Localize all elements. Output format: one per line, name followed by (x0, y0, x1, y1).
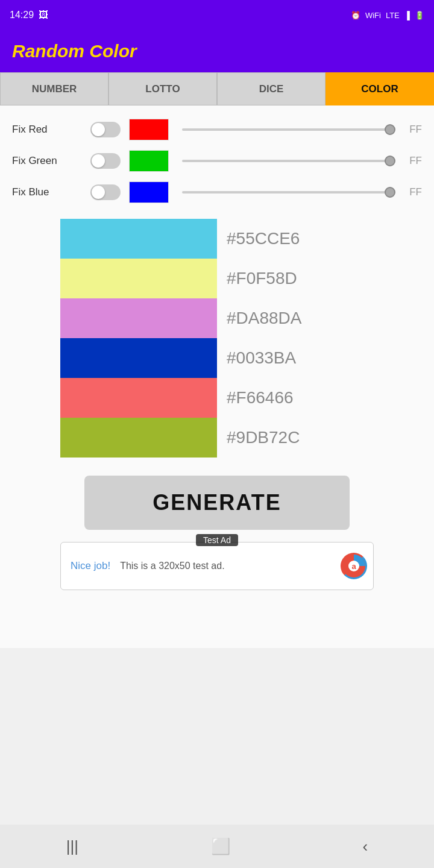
color-codes-column: #55CCE6 #F0F58D #DA88DA #0033BA #F66466 … (217, 219, 302, 458)
lte-icon: LTE (386, 11, 400, 20)
fix-red-value: FF (400, 124, 422, 136)
time: 14:29 (10, 10, 34, 20)
color-code-1: #F0F58D (227, 259, 302, 298)
ad-nice-job: Nice job! (61, 560, 120, 572)
color-swatch-5[interactable] (60, 418, 217, 458)
nav-menu-icon[interactable]: ||| (66, 837, 78, 856)
generate-button[interactable]: GENERATE (84, 476, 350, 530)
alarm-icon: ⏰ (351, 11, 360, 20)
fix-green-toggle[interactable] (90, 153, 121, 169)
color-results-section: #55CCE6 #F0F58D #DA88DA #0033BA #F66466 … (60, 219, 422, 458)
ad-banner: Test Ad Nice job! This is a 320x50 test … (60, 542, 374, 590)
tab-lotto[interactable]: LOTTO (108, 72, 217, 105)
color-swatches-column (60, 219, 217, 458)
color-swatch-3[interactable] (60, 338, 217, 378)
ad-label: Test Ad (196, 534, 238, 546)
fix-blue-value: FF (400, 186, 422, 198)
fix-red-label: Fix Red (12, 124, 90, 136)
fix-blue-toggle[interactable] (90, 184, 121, 200)
fix-red-swatch (129, 119, 169, 140)
fix-green-swatch (129, 150, 169, 172)
color-swatch-4[interactable] (60, 378, 217, 418)
fix-green-toggle-knob (92, 154, 105, 168)
status-left: 14:29 🖼 (10, 10, 48, 20)
fix-blue-row: Fix Blue FF (12, 178, 422, 207)
fix-green-slider[interactable] (182, 160, 395, 162)
status-bar: 14:29 🖼 ⏰ WiFi LTE ▐ 🔋 (0, 0, 434, 30)
ad-text: This is a 320x50 test ad. (120, 561, 341, 571)
fix-red-row: Fix Red FF (12, 115, 422, 144)
signal-icon: ▐ (404, 11, 410, 20)
app-title: Random Color (12, 41, 137, 61)
color-code-5: #9DB72C (227, 418, 302, 458)
nav-back-icon[interactable]: ‹ (362, 837, 368, 856)
fix-blue-slider[interactable] (182, 191, 395, 193)
main-content: Fix Red FF Fix Green FF Fix Blue FF (0, 105, 434, 648)
fix-red-slider[interactable] (182, 128, 395, 131)
fix-blue-swatch (129, 181, 169, 203)
fix-green-slider-thumb (385, 156, 395, 166)
fix-red-slider-thumb (385, 124, 395, 135)
fix-green-value: FF (400, 155, 422, 167)
nav-home-icon[interactable]: ⬜ (211, 837, 230, 856)
tab-color[interactable]: COLOR (326, 72, 434, 105)
fix-blue-toggle-knob (92, 186, 105, 199)
color-code-3: #0033BA (227, 338, 302, 378)
tab-bar: NUMBER LOTTO DICE COLOR (0, 72, 434, 105)
battery-icon: 🔋 (415, 11, 424, 20)
wifi-icon: WiFi (365, 11, 381, 20)
color-swatch-2[interactable] (60, 298, 217, 338)
tab-dice[interactable]: DICE (217, 72, 326, 105)
color-code-4: #F66466 (227, 378, 302, 418)
app-bar: Random Color (0, 30, 434, 72)
fix-blue-label: Fix Blue (12, 186, 90, 198)
image-icon: 🖼 (39, 10, 48, 20)
color-swatch-0[interactable] (60, 219, 217, 259)
status-right: ⏰ WiFi LTE ▐ 🔋 (351, 11, 424, 20)
nav-bar: ||| ⬜ ‹ (0, 825, 434, 868)
fix-red-toggle[interactable] (90, 122, 121, 137)
fix-blue-slider-thumb (385, 187, 395, 198)
generate-section: GENERATE (12, 476, 422, 530)
tab-number[interactable]: NUMBER (0, 72, 108, 105)
color-code-2: #DA88DA (227, 298, 302, 338)
fix-green-label: Fix Green (12, 155, 90, 167)
color-swatch-1[interactable] (60, 259, 217, 298)
fix-red-toggle-knob (92, 123, 105, 136)
svg-text:a: a (351, 562, 356, 571)
fix-green-row: Fix Green FF (12, 146, 422, 175)
ad-brand-icon: a (341, 553, 367, 579)
color-code-0: #55CCE6 (227, 219, 302, 259)
